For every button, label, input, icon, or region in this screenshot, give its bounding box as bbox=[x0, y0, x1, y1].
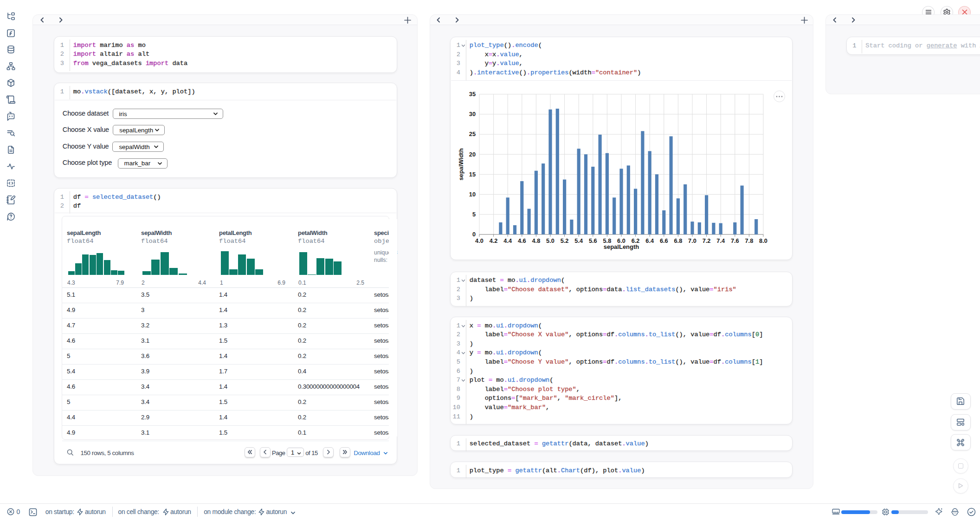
svg-text:5.6: 5.6 bbox=[589, 237, 597, 244]
svg-text:8.0: 8.0 bbox=[759, 237, 767, 244]
svg-text:25: 25 bbox=[469, 130, 476, 137]
svg-text:30: 30 bbox=[469, 111, 476, 117]
svg-text:7.0: 7.0 bbox=[688, 237, 696, 244]
svg-text:4.8: 4.8 bbox=[532, 237, 541, 244]
svg-text:4.6: 4.6 bbox=[518, 237, 526, 244]
svg-text:10: 10 bbox=[469, 190, 476, 197]
svg-text:5.2: 5.2 bbox=[561, 237, 569, 244]
svg-text:sepalLength: sepalLength bbox=[604, 243, 639, 250]
svg-text:15: 15 bbox=[469, 170, 476, 177]
svg-text:6.4: 6.4 bbox=[645, 237, 654, 244]
svg-text:5.4: 5.4 bbox=[574, 237, 583, 244]
svg-text:5.0: 5.0 bbox=[546, 237, 554, 244]
svg-text:7.4: 7.4 bbox=[716, 237, 725, 244]
svg-text:6.8: 6.8 bbox=[674, 237, 683, 244]
svg-text:7.8: 7.8 bbox=[745, 237, 754, 244]
svg-text:5: 5 bbox=[472, 210, 476, 217]
svg-text:4.2: 4.2 bbox=[490, 237, 498, 244]
svg-text:7.2: 7.2 bbox=[703, 237, 711, 244]
svg-text:0: 0 bbox=[472, 231, 476, 238]
svg-text:6.6: 6.6 bbox=[660, 237, 668, 244]
svg-text:20: 20 bbox=[469, 150, 476, 157]
svg-text:35: 35 bbox=[469, 91, 476, 98]
svg-text:4.0: 4.0 bbox=[475, 237, 484, 244]
svg-text:sepalWidth: sepalWidth bbox=[458, 148, 464, 180]
svg-text:7.6: 7.6 bbox=[731, 237, 739, 244]
svg-text:4.4: 4.4 bbox=[503, 237, 512, 244]
